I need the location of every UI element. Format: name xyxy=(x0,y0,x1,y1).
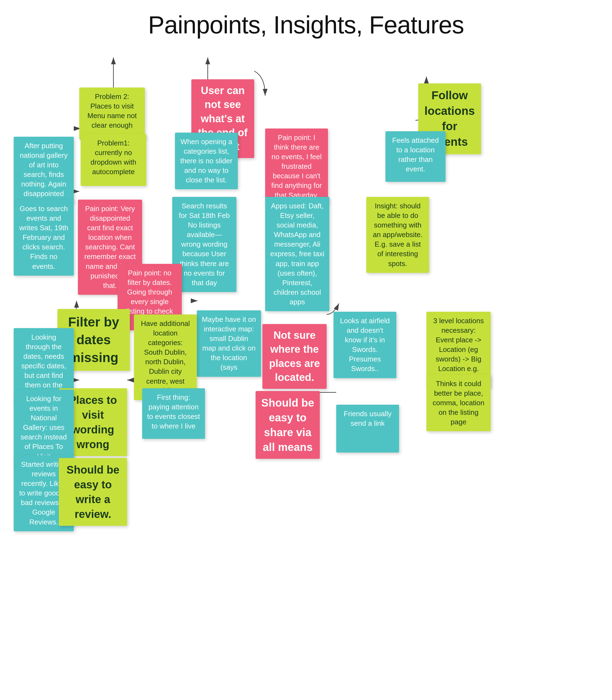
sticky-note-s9: Goes to search events and writes Sat, 19… xyxy=(14,200,74,276)
sticky-note-s25: First thing: paying attention to events … xyxy=(142,388,205,439)
sticky-note-s18: Looks at airfield and doesn't know if it… xyxy=(333,312,397,378)
sticky-note-s7: Pain point: I think there are no events,… xyxy=(265,128,328,205)
sticky-note-s11: Search results for Sat 18th Feb No listi… xyxy=(172,197,236,292)
sticky-note-s21: Not sure where the places are located. xyxy=(262,324,326,389)
sticky-note-s5: Problem1: currently no dropdown with aut… xyxy=(81,134,146,186)
sticky-note-s4: After putting national gallery of art in… xyxy=(14,137,74,203)
sticky-note-s6: When opening a categories list, there is… xyxy=(175,133,238,189)
sticky-note-s1: Problem 2: Places to visit Menu name not… xyxy=(79,87,145,139)
sticky-note-s16: Maybe have it on interactive map: small … xyxy=(197,310,261,377)
sticky-note-s17: Have additional location categories: Sou… xyxy=(134,314,197,400)
sticky-note-s24: Looking for events in National Gallery: … xyxy=(14,390,74,466)
sticky-note-s22: Thinks it could better be place, comma, … xyxy=(427,375,491,431)
sticky-note-s13: Insight: should be able to do something … xyxy=(366,197,429,273)
sticky-note-s8: Feels attached to a location rather than… xyxy=(386,131,446,182)
sticky-note-s12: Apps used: Daft, Etsy seller, social med… xyxy=(265,197,329,311)
sticky-note-s29: Should be easy to write a review. xyxy=(59,458,127,526)
sticky-note-s27: Friends usually send a link xyxy=(336,405,399,453)
page-title: Painpoints, Insights, Features xyxy=(0,0,612,44)
sticky-note-s26: Should be easy to share via all means xyxy=(255,391,320,459)
